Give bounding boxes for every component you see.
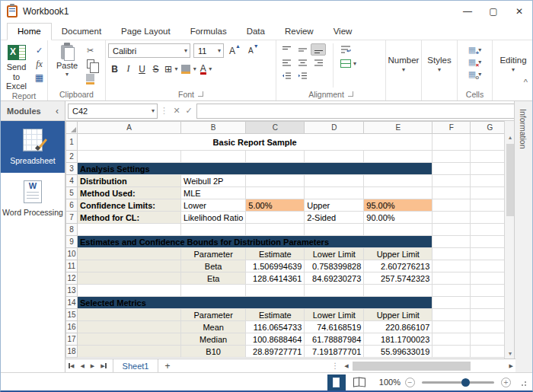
cell-E8[interactable] xyxy=(364,224,432,236)
cell-D17[interactable]: 61.78887984 xyxy=(305,333,364,346)
copy-icon[interactable] xyxy=(85,59,96,69)
column-header-C[interactable]: C xyxy=(246,122,305,134)
row-header-1[interactable]: 1 xyxy=(66,134,78,151)
zoom-out-button[interactable]: − xyxy=(405,378,415,387)
row-header-3[interactable]: 3 xyxy=(66,163,78,175)
row-header-5[interactable]: 5 xyxy=(66,187,78,199)
first-sheet-icon[interactable]: ◀ xyxy=(65,363,77,369)
insert-cells-button[interactable]: ▦+▾ xyxy=(468,45,481,55)
cell-C7[interactable] xyxy=(246,212,305,224)
cell-C5[interactable] xyxy=(246,187,305,199)
cell-A16[interactable] xyxy=(78,321,181,333)
cell-E15[interactable]: Upper Limit xyxy=(364,309,432,321)
cell-B6[interactable]: Lower xyxy=(181,199,246,212)
cell-D7[interactable]: 2-Sided xyxy=(305,212,364,224)
font-dialog-launcher[interactable] xyxy=(198,91,203,97)
formula-input[interactable]: ▾ xyxy=(196,104,529,119)
cell-A12[interactable] xyxy=(78,272,181,285)
cell-B4[interactable]: Weibull 2P xyxy=(181,175,246,187)
cell-F5[interactable] xyxy=(432,187,471,199)
wrap-text-button[interactable] xyxy=(340,45,356,54)
last-sheet-icon[interactable]: ▶ xyxy=(97,363,109,369)
cell-F17[interactable] xyxy=(432,333,471,346)
cell-C13[interactable] xyxy=(246,285,305,297)
cell-F9[interactable] xyxy=(432,236,471,248)
cell-A4[interactable]: Distribution xyxy=(78,175,181,187)
cell-A8[interactable] xyxy=(78,224,181,236)
tab-page-layout[interactable]: Page Layout xyxy=(111,24,180,40)
cell-F11[interactable] xyxy=(432,260,471,272)
cell-F13[interactable] xyxy=(432,285,471,297)
column-header-E[interactable]: E xyxy=(364,122,432,134)
resize-grip[interactable] xyxy=(519,378,526,386)
column-header-D[interactable]: D xyxy=(305,122,364,134)
cell-B10[interactable]: Parameter xyxy=(181,248,246,260)
cell-F14[interactable] xyxy=(432,297,471,309)
cell-A11[interactable] xyxy=(78,260,181,272)
cell-D4[interactable] xyxy=(305,175,364,187)
cell-F4[interactable] xyxy=(432,175,471,187)
cell-C4[interactable] xyxy=(246,175,305,187)
shrink-font-button[interactable]: A▼ xyxy=(246,46,261,55)
row-header-6[interactable]: 6 xyxy=(66,199,78,212)
row-header-11[interactable]: 11 xyxy=(66,260,78,272)
cell-C2[interactable] xyxy=(246,151,305,163)
cell-A18[interactable] xyxy=(78,346,181,358)
send-to-excel-button[interactable]: X Send to Excel xyxy=(3,43,30,91)
add-sheet-button[interactable]: + xyxy=(158,361,176,371)
font-size-select[interactable]: 11 ▾ xyxy=(193,43,224,58)
close-icon[interactable]: ✕ xyxy=(506,1,532,21)
cell-D12[interactable]: 84.69230273 xyxy=(305,272,364,285)
cell-F18[interactable] xyxy=(432,346,471,358)
align-right-button[interactable] xyxy=(311,56,326,69)
font-color-button[interactable]: A ▾ xyxy=(199,62,213,75)
collapse-ribbon-button[interactable]: ^ xyxy=(524,78,528,87)
cell-F16[interactable] xyxy=(432,321,471,333)
row-header-12[interactable]: 12 xyxy=(66,272,78,285)
merge-center-button[interactable]: ▾ xyxy=(340,59,356,68)
cell-E6[interactable]: 95.00% xyxy=(364,199,432,212)
cell-F8[interactable] xyxy=(432,224,471,236)
align-bottom-button[interactable] xyxy=(311,43,326,56)
delete-cells-button[interactable]: ▦×▾ xyxy=(468,57,481,67)
zoom-slider[interactable] xyxy=(422,381,494,384)
row-header-2[interactable]: 2 xyxy=(66,151,78,163)
bold-button[interactable]: B xyxy=(108,62,121,75)
cell-F2[interactable] xyxy=(432,151,471,163)
confirm-entry-icon[interactable]: ✓ xyxy=(183,106,195,116)
cell-C11[interactable]: 1.506994639 xyxy=(246,260,305,272)
cell-F7[interactable] xyxy=(432,212,471,224)
spellcheck-icon[interactable]: ✓ xyxy=(34,45,45,56)
tab-splitter-icon[interactable]: ⋮ xyxy=(328,362,342,370)
cell-E17[interactable]: 181.1700023 xyxy=(364,333,432,346)
format-painter-icon[interactable] xyxy=(85,72,96,83)
align-middle-button[interactable] xyxy=(295,43,310,56)
align-center-button[interactable] xyxy=(295,56,310,69)
cell-E5[interactable] xyxy=(364,187,432,199)
zoom-in-button[interactable]: + xyxy=(501,378,511,387)
row-header-15[interactable]: 15 xyxy=(66,309,78,321)
row-header-13[interactable]: 13 xyxy=(66,285,78,297)
row-header-8[interactable]: 8 xyxy=(66,224,78,236)
tab-data[interactable]: Data xyxy=(237,24,275,40)
row-header-7[interactable]: 7 xyxy=(66,212,78,224)
cell-D11[interactable]: 0.758399828 xyxy=(305,260,364,272)
cell-A7[interactable]: Method for CL: xyxy=(78,212,181,224)
cell-A17[interactable] xyxy=(78,333,181,346)
cell-D6[interactable]: Upper xyxy=(305,199,364,212)
cell-F6[interactable] xyxy=(432,199,471,212)
cell-A1[interactable]: Basic Report Sample xyxy=(78,134,432,151)
italic-button[interactable]: I xyxy=(122,62,135,75)
cell-B2[interactable] xyxy=(181,151,246,163)
cell-E18[interactable]: 55.99633019 xyxy=(364,346,432,358)
minimize-icon[interactable]: — xyxy=(455,1,480,21)
grow-font-button[interactable]: A▲ xyxy=(227,46,243,56)
cell-D10[interactable]: Lower Limit xyxy=(305,248,364,260)
cell-D8[interactable] xyxy=(305,224,364,236)
cell-E7[interactable]: 90.00% xyxy=(364,212,432,224)
cell-D5[interactable] xyxy=(305,187,364,199)
decrease-indent-button[interactable] xyxy=(279,69,294,81)
cell-A9[interactable]: Estimates and Confidence Bounds for Dist… xyxy=(78,236,432,248)
font-name-select[interactable]: Calibri ▾ xyxy=(108,43,190,58)
cell-C8[interactable] xyxy=(246,224,305,236)
